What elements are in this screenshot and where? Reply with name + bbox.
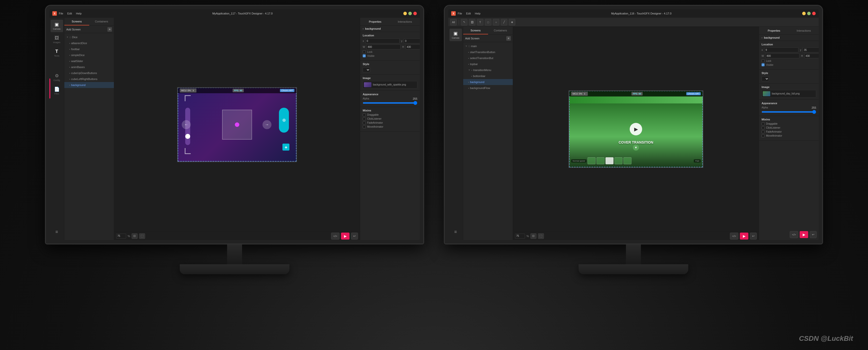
- right-toolbar-cursor[interactable]: ↖: [461, 19, 467, 25]
- right-close-button[interactable]: [812, 12, 816, 15]
- speed-sq-4[interactable]: [615, 157, 622, 164]
- right-lock-checkbox[interactable]: [762, 59, 765, 62]
- right-style-select[interactable]: [762, 76, 769, 81]
- right-tab-screens[interactable]: Screens: [463, 27, 488, 34]
- right-props-back-btn[interactable]: ↩: [810, 231, 817, 238]
- right-tree-item-topbar[interactable]: ▪ topbar: [463, 61, 513, 67]
- clicklistener-checkbox-left[interactable]: [363, 118, 366, 120]
- right-tree-item-starttransition[interactable]: ▪ startTransitionButton: [463, 49, 513, 55]
- right-toolbar-all[interactable]: All: [450, 19, 457, 25]
- run-button-right[interactable]: ▶: [740, 232, 748, 240]
- lock-checkbox-left[interactable]: [363, 50, 366, 53]
- left-close-button[interactable]: [413, 12, 417, 15]
- zoom-fullscreen-right[interactable]: ⛶: [538, 233, 544, 239]
- tree-item-cubeupdown[interactable]: ▪ cubeUpDownButtons: [64, 70, 114, 76]
- left-nav-files[interactable]: 📄 Files: [51, 85, 63, 97]
- right-props-run-btn[interactable]: ▶: [800, 231, 808, 238]
- tree-item-cubeleftright[interactable]: ▪ cubeLeftRightButtons: [64, 76, 114, 82]
- run-button-left[interactable]: ▶: [341, 232, 349, 240]
- left-maximize-button[interactable]: [408, 12, 412, 15]
- right-canvas-content[interactable]: MCU: 0% ℹ FPS: 60 Chrom-ART: [513, 27, 759, 231]
- left-props-tab-properties[interactable]: Properties: [360, 18, 390, 25]
- right-fadeanimator-checkbox[interactable]: [762, 130, 765, 133]
- right-nav-canvas[interactable]: ▣ Canvas: [450, 29, 462, 41]
- tree-item-atlasrectdice[interactable]: ▪ atlasrectDice: [64, 40, 114, 46]
- back-button-right[interactable]: ↩: [750, 232, 757, 240]
- right-toolbar-image[interactable]: 🖼: [469, 19, 475, 25]
- zoom-fullscreen-left[interactable]: ⛶: [139, 233, 145, 239]
- right-visible-checkbox[interactable]: [762, 63, 765, 66]
- tree-item-footbar[interactable]: ▪ footbar: [64, 46, 114, 52]
- alpha-slider-left[interactable]: [363, 102, 417, 104]
- right-props-tab-properties[interactable]: Properties: [759, 27, 789, 34]
- right-toolbar-line[interactable]: ╱: [501, 19, 507, 25]
- right-toolbar-text[interactable]: T: [477, 19, 483, 25]
- speed-sq-2[interactable]: [596, 157, 604, 164]
- tree-item-waitslider[interactable]: ▪ waitSlider: [64, 58, 114, 64]
- right-menu-edit[interactable]: Edit: [466, 12, 471, 15]
- right-w-input[interactable]: [765, 53, 800, 58]
- speed-sq-3[interactable]: [606, 157, 614, 164]
- zoom-input-right[interactable]: [515, 233, 525, 238]
- left-nav-images[interactable]: 🖼 Images: [51, 33, 63, 45]
- right-tree-item-main[interactable]: ▼ □ main: [463, 43, 513, 49]
- tree-item-dice[interactable]: ▼ □ Dice: [64, 34, 114, 40]
- zoom-fit-right[interactable]: ⊡: [530, 233, 536, 239]
- right-toolbar-box[interactable]: □: [485, 19, 491, 25]
- w-input-left[interactable]: [367, 44, 401, 50]
- right-image-picker[interactable]: background_day_full.png: [762, 90, 816, 97]
- left-props-tab-interactions[interactable]: Interactions: [390, 18, 420, 25]
- right-nav-menu[interactable]: ≡: [450, 226, 462, 238]
- right-draggable-checkbox[interactable]: [762, 122, 765, 125]
- code-button-left[interactable]: </>: [331, 232, 340, 240]
- right-minimize-button[interactable]: [802, 12, 806, 15]
- left-nav-menu[interactable]: ≡: [51, 226, 63, 238]
- speed-sq-5[interactable]: [623, 157, 631, 164]
- right-maximize-button[interactable]: [807, 12, 811, 15]
- left-canvas-content[interactable]: MCU: 0% ℹ FPS: 60 Chrom-ART: [114, 18, 360, 231]
- right-x-input[interactable]: [764, 47, 799, 52]
- h-input-left[interactable]: [406, 44, 420, 50]
- left-tab-containers[interactable]: Containers: [89, 18, 114, 25]
- left-menu-help[interactable]: Help: [76, 12, 82, 15]
- right-h-input[interactable]: [804, 53, 819, 58]
- right-tree-item-bottombar[interactable]: ▪ bottombar: [463, 73, 513, 79]
- visible-checkbox-left[interactable]: [363, 54, 366, 57]
- right-menu-help[interactable]: Help: [475, 12, 480, 15]
- left-menu-edit[interactable]: Edit: [67, 12, 72, 15]
- left-nav-config[interactable]: ⚙ Config: [51, 71, 63, 84]
- left-nav-canvas[interactable]: ▣ Canvas: [51, 20, 63, 32]
- right-menu-file[interactable]: File: [458, 12, 462, 15]
- right-tree-item-transitionmenu[interactable]: ▼ ▪ transitionMenu: [463, 67, 513, 73]
- right-add-screen-button[interactable]: +: [506, 36, 511, 41]
- right-alpha-slider[interactable]: [762, 111, 816, 113]
- left-menu-file[interactable]: File: [59, 12, 63, 15]
- left-minimize-button[interactable]: [403, 12, 407, 15]
- right-moveanimator-checkbox[interactable]: [762, 134, 765, 137]
- left-add-screen-button[interactable]: +: [107, 27, 112, 32]
- right-tree-item-selecttransition[interactable]: ▪ selectTransitionBut: [463, 55, 513, 61]
- moveanimator-checkbox-left[interactable]: [363, 125, 366, 128]
- draggable-checkbox-left[interactable]: [363, 114, 366, 117]
- right-toolbar-widget[interactable]: ◈: [509, 19, 515, 25]
- right-tab-containers[interactable]: Containers: [488, 27, 513, 34]
- left-nav-texts[interactable]: T Texts: [51, 46, 63, 59]
- zoom-fit-left[interactable]: ⊡: [132, 233, 137, 239]
- code-button-right[interactable]: </>: [730, 232, 738, 240]
- right-props-tab-interactions[interactable]: Interactions: [789, 27, 819, 34]
- play-button-right[interactable]: ▶: [630, 123, 642, 135]
- zoom-input-left[interactable]: [116, 233, 126, 238]
- speed-sq-1[interactable]: [588, 157, 595, 164]
- fadeanimator-checkbox-left[interactable]: [363, 121, 366, 124]
- right-clicklistener-checkbox[interactable]: [762, 126, 765, 129]
- right-y-input[interactable]: [803, 47, 819, 52]
- tree-item-simpledice[interactable]: ▪ simpleDice: [64, 52, 114, 58]
- right-tree-item-background[interactable]: ▪ background: [463, 79, 513, 85]
- left-image-picker[interactable]: background_with_sparkle.png: [363, 81, 417, 89]
- right-toolbar-circle[interactable]: ○: [493, 19, 499, 25]
- style-select-left[interactable]: [363, 67, 370, 72]
- back-button-left[interactable]: ↩: [351, 232, 358, 240]
- left-tab-screens[interactable]: Screens: [64, 18, 89, 25]
- y-input-left[interactable]: [404, 38, 420, 43]
- tree-item-animbases[interactable]: ▪ animBases: [64, 64, 114, 70]
